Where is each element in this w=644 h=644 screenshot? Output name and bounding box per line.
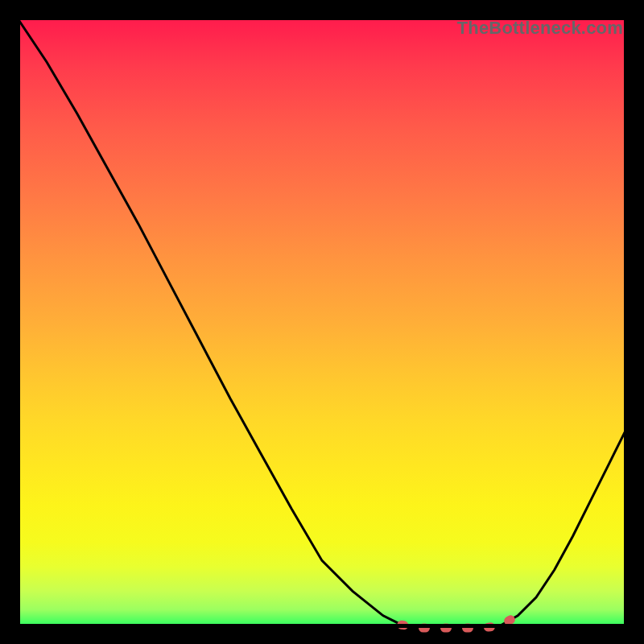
watermark-text: TheBottleneck.com: [457, 18, 623, 39]
chart-frame: TheBottleneck.com: [16, 16, 628, 628]
bottleneck-curve: [16, 16, 628, 628]
curve-svg: [16, 16, 628, 628]
plot-area: [16, 16, 628, 628]
